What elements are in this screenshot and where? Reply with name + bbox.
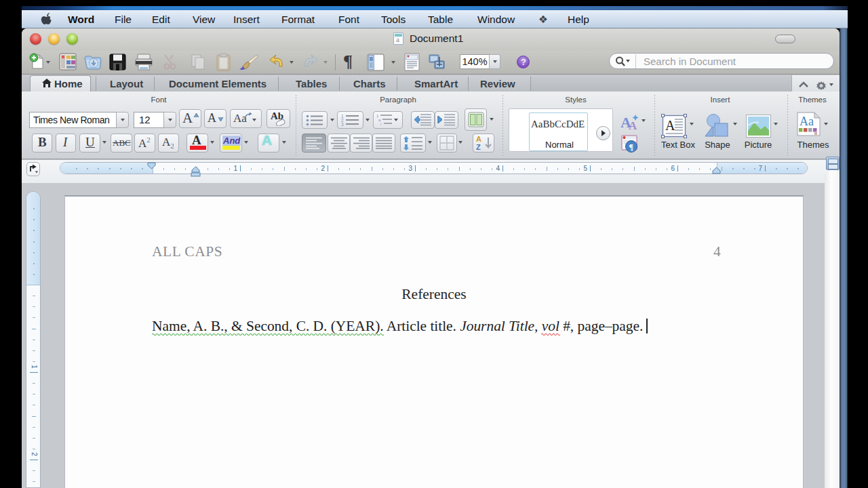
svg-text:3: 3 [341, 122, 344, 126]
svg-text:A: A [476, 135, 481, 143]
svg-text:Aa: Aa [800, 115, 814, 128]
svg-text:A: A [629, 119, 637, 130]
svg-text:Z: Z [476, 143, 481, 151]
svg-text:A: A [665, 118, 675, 133]
svg-text:¶: ¶ [629, 142, 633, 152]
svg-text:i: i [380, 122, 381, 126]
